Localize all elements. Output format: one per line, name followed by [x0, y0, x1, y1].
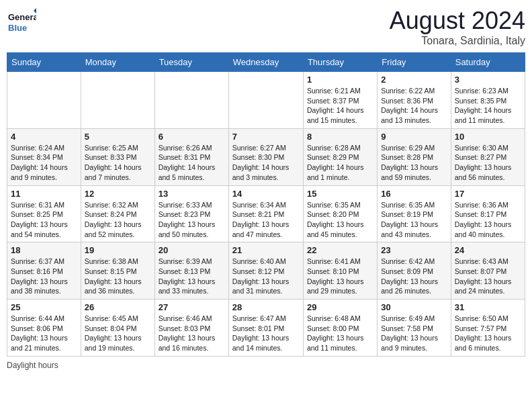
page-header: General Blue August 2024 Tonara, Sardini… — [7, 7, 525, 47]
month-title: August 2024 — [390, 7, 525, 35]
svg-text:Blue: Blue — [8, 23, 27, 33]
calendar-header-thursday: Thursday — [303, 53, 377, 72]
calendar-cell: 7Sunrise: 6:27 AMSunset: 8:30 PMDaylight… — [228, 128, 303, 185]
calendar-cell — [81, 72, 154, 129]
calendar-cell: 28Sunrise: 6:47 AMSunset: 8:01 PMDayligh… — [228, 300, 303, 357]
day-info: Sunrise: 6:23 AMSunset: 8:35 PMDaylight:… — [455, 86, 521, 126]
calendar-cell: 1Sunrise: 6:21 AMSunset: 8:37 PMDaylight… — [303, 72, 377, 129]
calendar-cell: 27Sunrise: 6:46 AMSunset: 8:03 PMDayligh… — [154, 300, 228, 357]
calendar-cell: 29Sunrise: 6:48 AMSunset: 8:00 PMDayligh… — [303, 300, 377, 357]
day-number: 16 — [381, 189, 447, 199]
calendar-cell — [154, 72, 228, 129]
calendar-header-tuesday: Tuesday — [154, 53, 228, 72]
calendar-cell: 9Sunrise: 6:29 AMSunset: 8:28 PMDaylight… — [378, 128, 451, 185]
day-number: 7 — [232, 132, 300, 142]
day-info: Sunrise: 6:50 AMSunset: 7:57 PMDaylight:… — [455, 314, 521, 353]
day-info: Sunrise: 6:30 AMSunset: 8:27 PMDaylight:… — [455, 143, 521, 183]
calendar-cell: 13Sunrise: 6:33 AMSunset: 8:23 PMDayligh… — [154, 185, 228, 242]
day-info: Sunrise: 6:48 AMSunset: 8:00 PMDaylight:… — [307, 314, 373, 353]
day-info: Sunrise: 6:29 AMSunset: 8:28 PMDaylight:… — [381, 143, 447, 183]
day-info: Sunrise: 6:44 AMSunset: 8:06 PMDaylight:… — [11, 314, 77, 353]
day-number: 8 — [307, 132, 373, 142]
day-info: Sunrise: 6:47 AMSunset: 8:01 PMDaylight:… — [232, 314, 300, 353]
day-info: Sunrise: 6:46 AMSunset: 8:03 PMDaylight:… — [159, 314, 225, 353]
day-number: 23 — [381, 245, 447, 255]
calendar-week-2: 4Sunrise: 6:24 AMSunset: 8:34 PMDaylight… — [7, 128, 525, 185]
calendar-cell: 12Sunrise: 6:32 AMSunset: 8:24 PMDayligh… — [81, 185, 154, 242]
calendar-cell: 18Sunrise: 6:37 AMSunset: 8:16 PMDayligh… — [7, 242, 81, 300]
day-number: 18 — [11, 245, 77, 255]
calendar-cell: 10Sunrise: 6:30 AMSunset: 8:27 PMDayligh… — [451, 128, 525, 185]
day-info: Sunrise: 6:32 AMSunset: 8:24 PMDaylight:… — [85, 200, 151, 240]
day-number: 21 — [232, 245, 300, 255]
calendar-week-5: 25Sunrise: 6:44 AMSunset: 8:06 PMDayligh… — [7, 300, 525, 357]
footer-note: Daylight hours — [7, 361, 525, 370]
calendar-week-3: 11Sunrise: 6:31 AMSunset: 8:25 PMDayligh… — [7, 185, 525, 242]
day-number: 26 — [85, 302, 151, 312]
day-info: Sunrise: 6:24 AMSunset: 8:34 PMDaylight:… — [11, 143, 77, 183]
calendar-week-4: 18Sunrise: 6:37 AMSunset: 8:16 PMDayligh… — [7, 242, 525, 300]
calendar-week-1: 1Sunrise: 6:21 AMSunset: 8:37 PMDaylight… — [7, 72, 525, 129]
day-info: Sunrise: 6:49 AMSunset: 7:58 PMDaylight:… — [381, 314, 447, 353]
calendar-cell: 20Sunrise: 6:39 AMSunset: 8:13 PMDayligh… — [154, 242, 228, 300]
day-number: 20 — [159, 245, 225, 255]
day-info: Sunrise: 6:26 AMSunset: 8:31 PMDaylight:… — [159, 143, 225, 183]
day-info: Sunrise: 6:35 AMSunset: 8:19 PMDaylight:… — [381, 200, 447, 240]
calendar-cell: 23Sunrise: 6:42 AMSunset: 8:09 PMDayligh… — [378, 242, 451, 300]
calendar-cell: 14Sunrise: 6:34 AMSunset: 8:21 PMDayligh… — [228, 185, 303, 242]
calendar-cell: 2Sunrise: 6:22 AMSunset: 8:36 PMDaylight… — [378, 72, 451, 129]
day-info: Sunrise: 6:35 AMSunset: 8:20 PMDaylight:… — [307, 200, 373, 240]
calendar-header-wednesday: Wednesday — [228, 53, 303, 72]
day-info: Sunrise: 6:36 AMSunset: 8:17 PMDaylight:… — [455, 200, 521, 240]
calendar-cell: 8Sunrise: 6:28 AMSunset: 8:29 PMDaylight… — [303, 128, 377, 185]
calendar-header-monday: Monday — [81, 53, 154, 72]
day-number: 1 — [307, 75, 373, 85]
calendar-cell: 6Sunrise: 6:26 AMSunset: 8:31 PMDaylight… — [154, 128, 228, 185]
calendar-cell: 16Sunrise: 6:35 AMSunset: 8:19 PMDayligh… — [378, 185, 451, 242]
calendar-cell: 5Sunrise: 6:25 AMSunset: 8:33 PMDaylight… — [81, 128, 154, 185]
day-info: Sunrise: 6:33 AMSunset: 8:23 PMDaylight:… — [159, 200, 225, 240]
day-number: 13 — [159, 189, 225, 199]
day-info: Sunrise: 6:45 AMSunset: 8:04 PMDaylight:… — [85, 314, 151, 353]
calendar-cell: 31Sunrise: 6:50 AMSunset: 7:57 PMDayligh… — [451, 300, 525, 357]
day-number: 9 — [381, 132, 447, 142]
calendar-cell — [7, 72, 81, 129]
day-number: 28 — [232, 302, 300, 312]
day-info: Sunrise: 6:40 AMSunset: 8:12 PMDaylight:… — [232, 257, 300, 296]
calendar-cell: 25Sunrise: 6:44 AMSunset: 8:06 PMDayligh… — [7, 300, 81, 357]
calendar-cell: 11Sunrise: 6:31 AMSunset: 8:25 PMDayligh… — [7, 185, 81, 242]
logo-svg: General Blue — [7, 7, 36, 36]
day-number: 31 — [455, 302, 521, 312]
calendar-cell: 21Sunrise: 6:40 AMSunset: 8:12 PMDayligh… — [228, 242, 303, 300]
calendar-cell: 3Sunrise: 6:23 AMSunset: 8:35 PMDaylight… — [451, 72, 525, 129]
day-number: 15 — [307, 189, 373, 199]
calendar-header-sunday: Sunday — [7, 53, 81, 72]
day-info: Sunrise: 6:25 AMSunset: 8:33 PMDaylight:… — [85, 143, 151, 183]
calendar-cell: 24Sunrise: 6:43 AMSunset: 8:07 PMDayligh… — [451, 242, 525, 300]
day-number: 29 — [307, 302, 373, 312]
day-info: Sunrise: 6:39 AMSunset: 8:13 PMDaylight:… — [159, 257, 225, 296]
day-info: Sunrise: 6:28 AMSunset: 8:29 PMDaylight:… — [307, 143, 373, 183]
day-number: 24 — [455, 245, 521, 255]
day-number: 4 — [11, 132, 77, 142]
day-number: 6 — [159, 132, 225, 142]
day-info: Sunrise: 6:38 AMSunset: 8:15 PMDaylight:… — [85, 257, 151, 296]
title-area: August 2024 Tonara, Sardinia, Italy — [390, 7, 525, 47]
day-info: Sunrise: 6:42 AMSunset: 8:09 PMDaylight:… — [381, 257, 447, 296]
day-info: Sunrise: 6:31 AMSunset: 8:25 PMDaylight:… — [11, 200, 77, 240]
day-number: 3 — [455, 75, 521, 85]
location-title: Tonara, Sardinia, Italy — [390, 35, 525, 47]
calendar-cell: 30Sunrise: 6:49 AMSunset: 7:58 PMDayligh… — [378, 300, 451, 357]
day-info: Sunrise: 6:21 AMSunset: 8:37 PMDaylight:… — [307, 86, 373, 126]
day-info: Sunrise: 6:27 AMSunset: 8:30 PMDaylight:… — [232, 143, 300, 183]
calendar-cell: 19Sunrise: 6:38 AMSunset: 8:15 PMDayligh… — [81, 242, 154, 300]
logo: General Blue — [7, 7, 36, 36]
day-number: 17 — [455, 189, 521, 199]
day-info: Sunrise: 6:41 AMSunset: 8:10 PMDaylight:… — [307, 257, 373, 296]
calendar-header-friday: Friday — [378, 53, 451, 72]
calendar-header-row: SundayMondayTuesdayWednesdayThursdayFrid… — [7, 53, 525, 72]
calendar-table: SundayMondayTuesdayWednesdayThursdayFrid… — [7, 52, 525, 357]
day-number: 2 — [381, 75, 447, 85]
calendar-header-saturday: Saturday — [451, 53, 525, 72]
day-number: 14 — [232, 189, 300, 199]
